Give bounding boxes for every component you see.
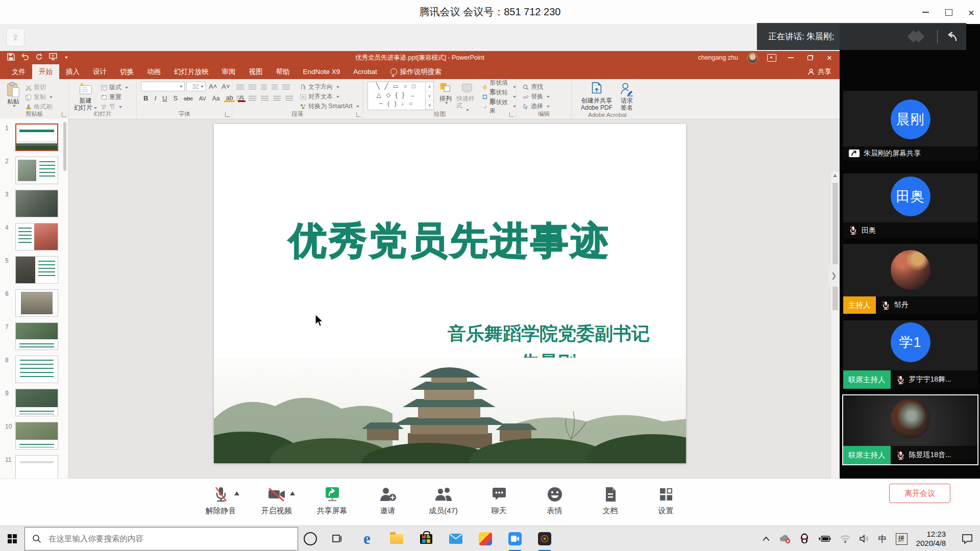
- expand-options-icon[interactable]: [290, 491, 295, 495]
- request-signature-button[interactable]: 请求 签名: [620, 82, 634, 111]
- thumbnail-preview[interactable]: [15, 356, 58, 383]
- undo-icon[interactable]: [21, 53, 29, 62]
- cut-button[interactable]: 剪切: [26, 83, 53, 92]
- cortana-button[interactable]: [298, 532, 323, 545]
- increase-indent-icon[interactable]: [272, 85, 278, 90]
- align-left-icon[interactable]: [236, 96, 244, 102]
- mail-button[interactable]: [441, 526, 471, 551]
- qat-customize-icon[interactable]: [65, 57, 68, 59]
- underline-button[interactable]: U: [161, 94, 168, 102]
- align-center-icon[interactable]: [249, 96, 256, 102]
- text-direction-button[interactable]: 文字方向: [300, 83, 359, 91]
- music-app-button[interactable]: [530, 526, 559, 551]
- arrange-button[interactable]: 排列: [439, 82, 452, 104]
- slide-thumbnail-9[interactable]: 9: [0, 389, 68, 417]
- tab-审阅[interactable]: 审阅: [215, 64, 242, 79]
- search-input[interactable]: [47, 534, 274, 544]
- tab-EndNote X9[interactable]: EndNote X9: [297, 64, 347, 79]
- thumbnail-preview[interactable]: [15, 289, 58, 317]
- slide-thumbnail-10[interactable]: 10: [0, 422, 68, 450]
- shapes-gallery[interactable]: ╲ ╱ ▭ ○ □△ ◇ { } →~ ( ) ↓ ○: [368, 82, 426, 110]
- file-explorer-button[interactable]: [382, 526, 411, 551]
- members-toolbar-button[interactable]: 成员(47): [419, 483, 468, 516]
- battery-icon[interactable]: [818, 535, 831, 542]
- slide-thumbnail-8[interactable]: 8: [0, 356, 68, 384]
- char-spacing-button[interactable]: AV: [198, 95, 208, 102]
- redo-icon[interactable]: [35, 53, 43, 63]
- tab-Acrobat[interactable]: Acrobat: [347, 64, 384, 79]
- mic-muted-toolbar-button[interactable]: 解除静音: [196, 483, 246, 516]
- shrink-font-button[interactable]: A˅: [220, 83, 231, 90]
- change-case-button[interactable]: Aa: [211, 95, 222, 102]
- leave-meeting-button[interactable]: 离开会议: [889, 484, 950, 503]
- replace-button[interactable]: ab替换: [523, 92, 571, 101]
- shapes-scroll[interactable]: ∧∨∨: [426, 82, 434, 110]
- save-icon[interactable]: [7, 53, 15, 63]
- scrollbar-thumb[interactable]: [832, 183, 838, 310]
- thumbnail-preview[interactable]: [15, 389, 58, 416]
- slide-thumbnail-2[interactable]: 2: [0, 157, 68, 185]
- shadow-button[interactable]: S: [172, 94, 179, 102]
- shape-effects-button[interactable]: 形状效果: [482, 102, 516, 111]
- ime-mode-indicator[interactable]: 拼: [896, 533, 908, 545]
- participant-tile-5[interactable]: 联席主持人陈昱瑶18音...: [842, 394, 978, 465]
- ribbon-display-options-icon[interactable]: [767, 54, 776, 62]
- bold-button[interactable]: B: [142, 94, 150, 102]
- edge-button[interactable]: e: [352, 526, 382, 551]
- participant-tile-3[interactable]: 主持人邹丹: [843, 244, 977, 314]
- share-screen-toolbar-button[interactable]: 共享屏幕: [307, 483, 357, 516]
- select-button[interactable]: 选择: [523, 102, 571, 111]
- new-slide-button[interactable]: 新建 幻灯片: [74, 82, 97, 111]
- scroll-up-icon[interactable]: [833, 174, 837, 177]
- align-text-button[interactable]: 对齐文本: [300, 92, 359, 101]
- slide-thumbnail-7[interactable]: 7: [0, 322, 68, 351]
- paragraph-dialog-launcher[interactable]: [356, 112, 361, 117]
- font-size-combo[interactable]: 32: [186, 82, 206, 91]
- slide-thumbnail-5[interactable]: 5: [0, 256, 68, 285]
- tab-设计[interactable]: 设计: [86, 64, 113, 79]
- thumbnail-preview[interactable]: [15, 322, 58, 350]
- grow-font-button[interactable]: A˄: [207, 83, 218, 90]
- camera-off-toolbar-button[interactable]: 开启视频: [252, 483, 301, 516]
- paste-button[interactable]: 粘贴: [6, 82, 20, 111]
- slide-thumbnail-pane[interactable]: 1234567891011: [0, 119, 68, 479]
- slide-thumbnail-1[interactable]: 1: [0, 123, 68, 152]
- ppt-close-button[interactable]: ×: [824, 53, 835, 63]
- align-right-icon[interactable]: [261, 96, 268, 102]
- close-button[interactable]: ×: [965, 6, 978, 18]
- line-spacing-icon[interactable]: [282, 85, 290, 90]
- invite-toolbar-button[interactable]: 邀请: [363, 483, 412, 516]
- slide-vertical-scrollbar[interactable]: [830, 171, 840, 479]
- app-colorful-button[interactable]: [471, 526, 500, 551]
- tray-expand-icon[interactable]: [762, 536, 770, 541]
- bullets-icon[interactable]: [236, 85, 244, 90]
- thumbnail-preview[interactable]: [15, 123, 58, 151]
- minimize-button[interactable]: [919, 6, 932, 18]
- tab-视图[interactable]: 视图: [242, 64, 270, 79]
- reset-button[interactable]: 重置: [101, 93, 128, 102]
- document-toolbar-button[interactable]: 文档: [585, 483, 635, 516]
- drawing-dialog-launcher[interactable]: [509, 112, 514, 117]
- columns-icon[interactable]: [285, 96, 293, 102]
- thumbnail-preview[interactable]: [15, 190, 58, 217]
- cloud-sync-icon[interactable]: [779, 534, 791, 544]
- copy-button[interactable]: 复制: [26, 93, 53, 102]
- tab-幻灯片放映[interactable]: 幻灯片放映: [167, 64, 215, 79]
- participant-tile-2[interactable]: 田奥田奥: [843, 173, 977, 238]
- tab-切换[interactable]: 切换: [113, 64, 140, 79]
- slide-thumbnail-11[interactable]: 11: [0, 455, 68, 479]
- ppt-restore-button[interactable]: [805, 53, 815, 63]
- tab-开始[interactable]: 开始: [32, 64, 59, 79]
- tab-帮助[interactable]: 帮助: [270, 64, 297, 79]
- italic-button[interactable]: I: [153, 94, 158, 102]
- slide-canvas[interactable]: 优秀党员先进事迹 音乐舞蹈学院党委副书记 朱晨刚: [214, 124, 686, 463]
- thumbnail-preview[interactable]: [15, 455, 58, 479]
- account-avatar[interactable]: [747, 53, 758, 63]
- account-name[interactable]: chengang zhu: [698, 54, 738, 61]
- settings-toolbar-button[interactable]: 设置: [641, 483, 691, 516]
- find-button[interactable]: 查找: [523, 83, 571, 91]
- chat-toolbar-button[interactable]: 聊天: [474, 483, 524, 516]
- start-slideshow-icon[interactable]: [49, 53, 57, 63]
- ime-language-indicator[interactable]: 中: [878, 533, 887, 545]
- qq-icon[interactable]: [800, 533, 809, 544]
